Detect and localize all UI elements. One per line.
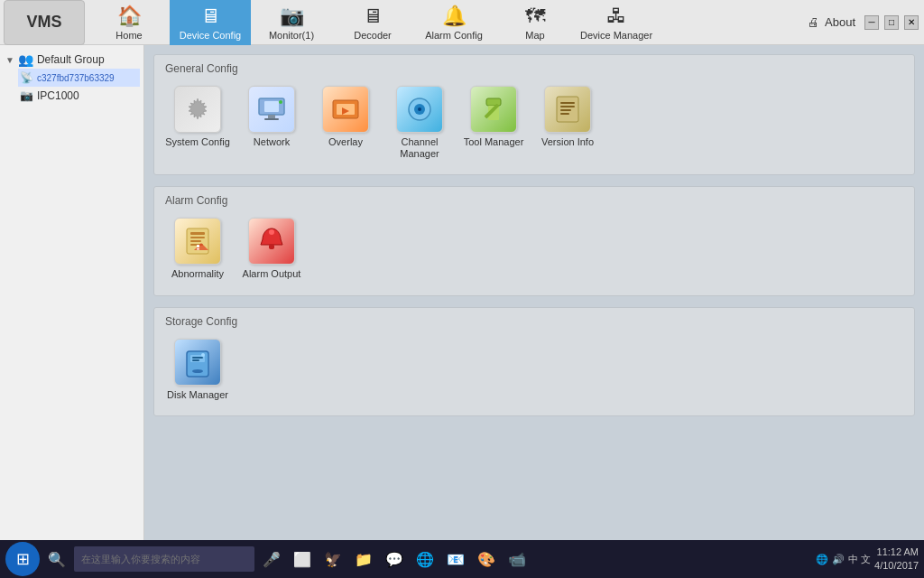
device-ipc-icon: 📷: [20, 89, 33, 102]
svg-rect-16: [560, 102, 575, 104]
taskbar-app2-icon[interactable]: 📁: [350, 545, 377, 573]
storage-config-section: Storage Config Disk Manager: [153, 307, 915, 416]
network-icon: [248, 86, 295, 133]
channel-manager-label: Channel Manager: [387, 136, 452, 160]
alarm-config-title: Alarm Config: [165, 194, 903, 207]
search-taskbar-icon: 🔍: [43, 545, 70, 573]
titlebar: VMS 🏠 Home 🖥 Device Config 📷 Monitor(1) …: [0, 0, 924, 45]
system-config-item[interactable]: System Config: [165, 86, 230, 160]
alarm-output-icon: [248, 218, 295, 265]
version-info-icon: [544, 86, 591, 133]
content-area: 🔔 0 General Config System Config: [144, 45, 924, 540]
disk-manager-icon: [174, 339, 221, 386]
svg-point-33: [192, 369, 203, 373]
expand-arrow: ▼: [5, 55, 14, 65]
svg-point-11: [418, 107, 421, 111]
svg-rect-4: [264, 118, 279, 120]
alarm-config-grid: Abnormality Alarm Output: [165, 218, 903, 280]
channel-manager-icon: [396, 86, 443, 133]
taskbar-task-icon[interactable]: ⬜: [289, 545, 316, 573]
taskbar-chrome-icon[interactable]: 🌐: [411, 545, 439, 573]
taskbar-app3-icon[interactable]: 📧: [442, 545, 469, 573]
group-label: Default Group: [37, 53, 105, 66]
svg-rect-19: [560, 113, 569, 115]
vms-logo[interactable]: VMS: [4, 0, 85, 45]
printer-icon: 🖨: [808, 15, 819, 29]
restore-button[interactable]: □: [884, 15, 899, 30]
disk-manager-item[interactable]: Disk Manager: [165, 339, 230, 401]
storage-config-grid: Disk Manager: [165, 339, 903, 401]
overlay-icon: [322, 86, 369, 133]
clock-time: 11:12 AM: [874, 545, 919, 559]
svg-rect-22: [190, 237, 205, 238]
network-label: Network: [254, 136, 290, 148]
svg-rect-27: [197, 248, 199, 250]
about-area[interactable]: 🖨 About: [799, 15, 864, 29]
nav-tab-map[interactable]: 🗺 Map: [494, 0, 576, 45]
network-item[interactable]: Network: [239, 86, 304, 160]
sidebar-item-device-c327[interactable]: 📡 c327fbd737b63329: [18, 69, 140, 87]
tray-volume-icon: 🔊: [832, 554, 845, 565]
disk-manager-label: Disk Manager: [167, 389, 228, 401]
svg-rect-34: [192, 357, 203, 359]
monitor-icon: 📷: [280, 5, 304, 28]
clock-date: 4/10/2017: [874, 559, 919, 573]
taskbar-app4-icon[interactable]: 🎨: [473, 545, 500, 573]
abnormality-label: Abnormality: [171, 268, 224, 280]
overlay-item[interactable]: Overlay: [313, 86, 378, 160]
nav-tab-device-manager[interactable]: 🖧 Device Manager: [576, 0, 657, 45]
taskbar-vms-icon[interactable]: 📹: [504, 545, 531, 573]
tree-children: 📡 c327fbd737b63329 📷 IPC1000: [4, 69, 140, 105]
system-config-icon: [174, 86, 221, 133]
tool-manager-icon: [470, 86, 517, 133]
svg-rect-23: [190, 240, 201, 242]
svg-rect-12: [486, 98, 501, 106]
svg-rect-17: [560, 106, 575, 107]
taskbar-app1-icon[interactable]: 🦅: [319, 545, 346, 573]
device-config-icon: 🖥: [200, 5, 220, 28]
svg-rect-35: [192, 359, 199, 361]
alarm-config-icon: 🔔: [442, 5, 467, 28]
alarm-output-label: Alarm Output: [243, 268, 301, 280]
nav-tab-monitor[interactable]: 📷 Monitor(1): [251, 0, 332, 45]
taskbar-skype-icon[interactable]: 💬: [381, 545, 408, 573]
version-info-item[interactable]: Version Info: [535, 86, 600, 160]
abnormality-item[interactable]: Abnormality: [165, 218, 230, 280]
svg-point-29: [269, 246, 274, 249]
start-button[interactable]: ⊞: [5, 542, 40, 576]
decoder-icon: 🖥: [363, 5, 383, 28]
overlay-label: Overlay: [328, 136, 363, 148]
nav-tab-home[interactable]: 🏠 Home: [88, 0, 170, 45]
tool-manager-item[interactable]: Tool Manager: [461, 86, 526, 160]
taskbar-search-input[interactable]: [74, 546, 254, 572]
alarm-output-item[interactable]: Alarm Output: [239, 218, 304, 280]
device-c327-icon: 📡: [20, 71, 33, 84]
home-icon: 🏠: [117, 5, 142, 28]
device-c327-label: c327fbd737b63329: [37, 73, 115, 83]
group-icon: 👥: [18, 52, 33, 67]
taskbar-mic-icon[interactable]: 🎤: [258, 545, 285, 573]
tree-group-default: ▼ 👥 Default Group 📡 c327fbd737b63329 📷 I…: [4, 51, 140, 105]
general-config-title: General Config: [165, 62, 903, 75]
nav-tab-device-config[interactable]: 🖥 Device Config: [170, 0, 251, 45]
svg-point-36: [201, 353, 205, 357]
tree-group-header[interactable]: ▼ 👥 Default Group: [4, 51, 140, 69]
svg-rect-2: [264, 101, 279, 112]
sidebar: ▼ 👥 Default Group 📡 c327fbd737b63329 📷 I…: [0, 45, 144, 540]
nav-tab-decoder[interactable]: 🖥 Decoder: [332, 0, 413, 45]
general-config-grid: System Config Network: [165, 86, 903, 160]
device-ipc-label: IPC1000: [37, 89, 79, 102]
general-config-section: General Config System Config: [153, 54, 915, 175]
minimize-button[interactable]: ─: [864, 15, 879, 30]
channel-manager-item[interactable]: Channel Manager: [387, 86, 452, 160]
abnormality-icon: [174, 218, 221, 265]
svg-rect-21: [190, 232, 205, 235]
svg-point-30: [269, 229, 274, 235]
window-controls: ─ □ ✕: [864, 15, 924, 30]
nav-tab-alarm-config[interactable]: 🔔 Alarm Config: [413, 0, 494, 45]
close-button[interactable]: ✕: [904, 15, 919, 30]
storage-config-title: Storage Config: [165, 315, 903, 328]
svg-rect-18: [560, 109, 571, 111]
taskbar: ⊞ 🔍 🎤 ⬜ 🦅 📁 💬 🌐 📧 🎨 📹 🌐 🔊 中 文 11:12 AM 4…: [0, 540, 924, 578]
sidebar-item-ipc1000[interactable]: 📷 IPC1000: [18, 87, 140, 105]
